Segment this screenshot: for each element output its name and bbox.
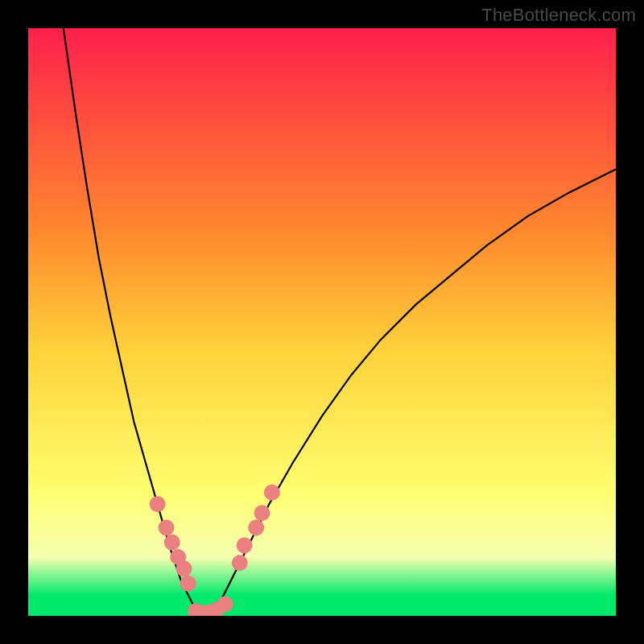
data-point-marker xyxy=(237,537,253,553)
data-point-marker xyxy=(180,576,196,592)
data-point-marker xyxy=(176,561,192,577)
data-point-marker xyxy=(150,496,166,512)
data-point-marker xyxy=(159,520,175,536)
data-point-marker xyxy=(217,596,233,612)
chart-frame: TheBottleneck.com xyxy=(0,0,644,644)
data-point-marker xyxy=(264,485,280,501)
gradient-background xyxy=(28,28,616,616)
data-point-marker xyxy=(254,505,270,521)
plot-area xyxy=(28,28,616,616)
watermark-text: TheBottleneck.com xyxy=(481,5,636,26)
data-point-marker xyxy=(164,535,180,551)
bottleneck-curve-chart xyxy=(28,28,616,616)
data-point-marker xyxy=(232,555,248,571)
data-point-marker xyxy=(248,520,264,536)
